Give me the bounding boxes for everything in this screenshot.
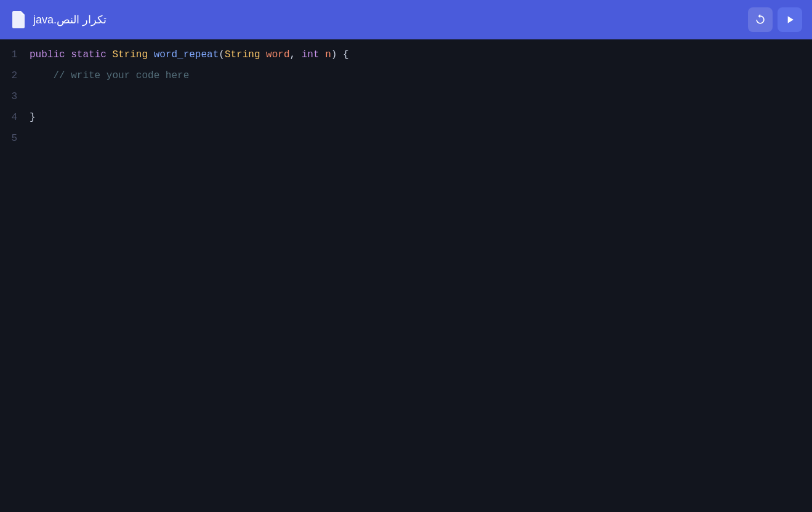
code-line: 2 // write your code here <box>0 65 812 86</box>
run-button[interactable] <box>778 7 802 32</box>
header: تكرار النص.java <box>0 0 812 39</box>
code-line: 4} <box>0 107 812 128</box>
line-content: // write your code here <box>30 66 812 85</box>
file-icon <box>10 10 27 30</box>
header-left: تكرار النص.java <box>10 10 107 30</box>
reset-button[interactable] <box>748 7 773 32</box>
header-buttons <box>748 7 802 32</box>
code-line: 1public static String word_repeat(String… <box>0 44 812 65</box>
line-number: 4 <box>0 108 30 127</box>
code-line: 5 <box>0 128 812 149</box>
line-number: 1 <box>0 46 30 64</box>
line-number: 3 <box>0 87 30 106</box>
line-number: 5 <box>0 129 30 148</box>
app-container: تكرار النص.java 1public static String wo… <box>0 0 812 512</box>
line-content: } <box>30 108 812 127</box>
code-lines: 1public static String word_repeat(String… <box>0 39 812 149</box>
line-number: 2 <box>0 66 30 85</box>
run-icon <box>784 14 796 26</box>
code-line: 3 <box>0 86 812 107</box>
editor-area[interactable]: 1public static String word_repeat(String… <box>0 39 812 512</box>
file-title: تكرار النص.java <box>33 13 107 26</box>
line-content: public static String word_repeat(String … <box>30 46 812 64</box>
reset-icon <box>754 14 766 26</box>
